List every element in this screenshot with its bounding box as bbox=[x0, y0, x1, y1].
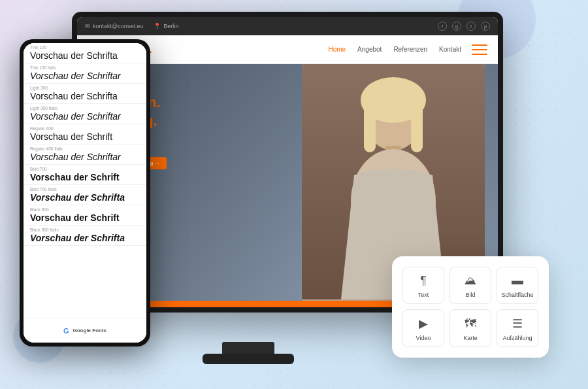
location-icon: 📍 bbox=[154, 23, 161, 29]
font-item-preview: Vorschau der Schrifta bbox=[30, 91, 140, 101]
font-item-preview: Vorschau der Schriftar bbox=[30, 111, 140, 122]
social-p-icon[interactable]: p bbox=[481, 22, 490, 31]
font-item-label: Thin 100 bbox=[30, 45, 140, 50]
svg-rect-4 bbox=[411, 100, 423, 152]
widget-label-aufzählung: Aufzählung bbox=[502, 335, 532, 341]
widget-item-bild[interactable]: ⛰Bild bbox=[449, 267, 491, 304]
social-g-icon[interactable]: g bbox=[452, 22, 461, 31]
font-list-item[interactable]: Bold 700 ItalicVorschau der Schrifta bbox=[24, 185, 146, 205]
navbar-nav: Home Angebot Referenzen Kontakt bbox=[328, 46, 461, 53]
hamburger-line-1 bbox=[472, 44, 487, 46]
social-tw-icon[interactable]: t bbox=[466, 22, 476, 31]
topbar-email: ✉ kontakt@conset.eu bbox=[85, 23, 143, 29]
website-topbar: ✉ kontakt@conset.eu 📍 Berlin f g t p bbox=[77, 17, 498, 35]
font-list-item[interactable]: Regular 400 ItalicVorschau der Schriftar bbox=[24, 144, 146, 165]
widget-icon-video: ▶ bbox=[419, 316, 428, 331]
topbar-location: 📍 Berlin bbox=[154, 23, 178, 29]
widget-icon-schaltfläche: ▬ bbox=[512, 274, 523, 288]
font-item-preview: Vorschau der Schrifta bbox=[30, 50, 140, 61]
widget-panel: ¶Text⛰Bild▬Schaltfläche▶Video🗺Karte☰Aufz… bbox=[392, 256, 549, 358]
widget-label-karte: Karte bbox=[463, 335, 478, 341]
nav-kontakt[interactable]: Kontakt bbox=[439, 46, 461, 53]
widget-grid: ¶Text⛰Bild▬Schaltfläche▶Video🗺Karte☰Aufz… bbox=[402, 267, 538, 347]
font-list-item[interactable]: Regular 400Vorschau der Schrift bbox=[24, 124, 146, 144]
font-list-item[interactable]: Thin 100Vorschau der Schrifta bbox=[24, 43, 146, 63]
phone-screen: Thin 100Vorschau der SchriftaThin 100 It… bbox=[24, 43, 146, 343]
email-icon: ✉ bbox=[85, 23, 90, 29]
font-item-label: Regular 400 Italic bbox=[30, 146, 140, 151]
font-item-label: Light 300 bbox=[30, 86, 140, 90]
widget-item-schaltfläche[interactable]: ▬Schaltfläche bbox=[497, 267, 538, 304]
widget-icon-karte: 🗺 bbox=[465, 317, 476, 331]
widget-item-karte[interactable]: 🗺Karte bbox=[449, 309, 491, 347]
widget-icon-aufzählung: ☰ bbox=[512, 316, 523, 331]
widget-label-video: Video bbox=[416, 335, 431, 341]
font-item-label: Black 900 Italic bbox=[30, 228, 140, 232]
hamburger-icon[interactable] bbox=[472, 44, 487, 55]
widget-icon-text: ¶ bbox=[420, 274, 427, 288]
font-item-preview: Vorschau der Schrift bbox=[30, 212, 140, 223]
google-logo-g: G bbox=[63, 327, 69, 335]
font-item-label: Bold 700 bbox=[30, 167, 140, 171]
font-item-label: Light 300 Italic bbox=[30, 106, 140, 110]
widget-item-aufzählung[interactable]: ☰Aufzählung bbox=[497, 309, 538, 347]
hamburger-line-2 bbox=[472, 49, 487, 50]
widget-label-text: Text bbox=[418, 292, 429, 298]
font-list-item[interactable]: Black 900Vorschau der Schrift bbox=[24, 205, 146, 226]
font-list-item[interactable]: Black 900 ItalicVorschau der Schrifta bbox=[24, 226, 146, 246]
font-item-label: Thin 100 Italic bbox=[30, 65, 140, 70]
font-item-label: Bold 700 Italic bbox=[30, 187, 140, 192]
phone-device: Thin 100Vorschau der SchriftaThin 100 It… bbox=[20, 39, 150, 347]
monitor-base bbox=[203, 354, 294, 364]
widget-label-bild: Bild bbox=[465, 292, 475, 298]
font-item-label: Black 900 bbox=[30, 207, 140, 212]
social-fb-icon[interactable]: f bbox=[438, 22, 447, 31]
font-list-item[interactable]: Light 300 ItalicVorschau der Schriftar bbox=[24, 104, 146, 124]
nav-angebot[interactable]: Angebot bbox=[357, 46, 382, 53]
nav-home[interactable]: Home bbox=[328, 46, 346, 53]
google-fonts-label: Google Fonts bbox=[73, 328, 107, 333]
widget-icon-bild: ⛰ bbox=[465, 274, 476, 288]
font-item-preview: Vorschau der Schrift bbox=[30, 131, 140, 142]
font-item-preview: Vorschau der Schrift bbox=[30, 172, 140, 182]
phone-footer: G Google Fonts bbox=[24, 318, 146, 343]
font-item-preview: Vorschau der Schriftar bbox=[30, 152, 140, 162]
widget-item-text[interactable]: ¶Text bbox=[402, 267, 444, 304]
widget-label-schaltfläche: Schaltfläche bbox=[501, 292, 533, 298]
font-list-item[interactable]: Bold 700Vorschau der Schrift bbox=[24, 165, 146, 185]
hamburger-line-3 bbox=[472, 54, 487, 55]
topbar-email-text: kontakt@conset.eu bbox=[93, 23, 143, 29]
nav-referenzen[interactable]: Referenzen bbox=[393, 46, 427, 53]
font-list-item[interactable]: Light 300Vorschau der Schrifta bbox=[24, 84, 146, 104]
topbar-social-icons: f g t p bbox=[438, 22, 490, 31]
font-list-item[interactable]: Thin 100 ItalicVorschau der Schriftar bbox=[24, 63, 146, 84]
topbar-location-text: Berlin bbox=[163, 23, 178, 29]
monitor-stand bbox=[222, 342, 274, 355]
svg-rect-3 bbox=[364, 100, 376, 152]
widget-item-video[interactable]: ▶Video bbox=[402, 309, 444, 347]
font-item-preview: Vorschau der Schrifta bbox=[30, 233, 140, 243]
font-list: Thin 100Vorschau der SchriftaThin 100 It… bbox=[24, 43, 146, 318]
font-item-label: Regular 400 bbox=[30, 126, 140, 131]
font-item-preview: Vorschau der Schriftar bbox=[30, 71, 140, 81]
font-item-preview: Vorschau der Schrifta bbox=[30, 192, 140, 203]
